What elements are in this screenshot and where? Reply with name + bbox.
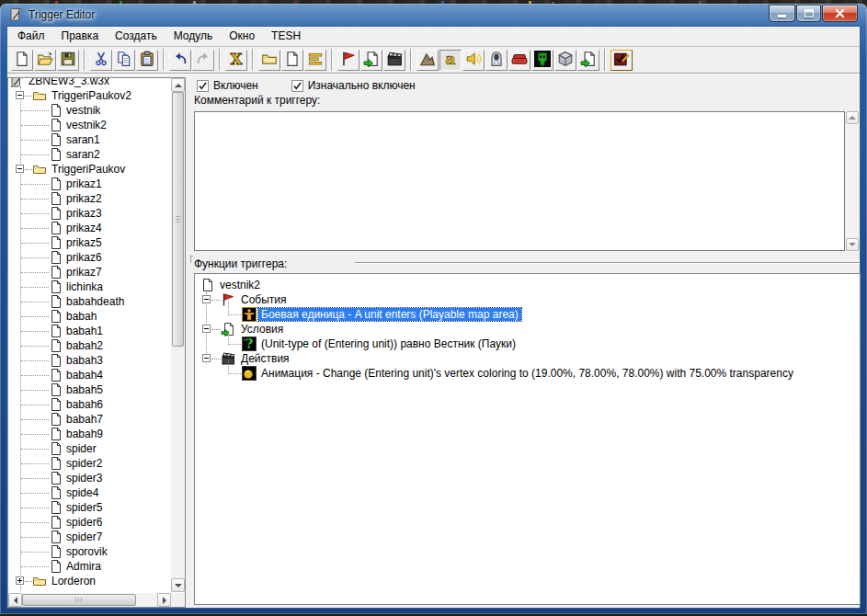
tree-item-sporovik[interactable]: sporovik bbox=[8, 544, 170, 559]
tree-item-babah9[interactable]: babah9 bbox=[8, 427, 170, 441]
menu-правка[interactable]: Правка bbox=[53, 27, 108, 46]
function-row-vestnik2[interactable]: vestnik2 bbox=[195, 278, 860, 292]
tree-item-triggeripaukov2[interactable]: TriggeriPaukov2 bbox=[8, 88, 170, 103]
tree-item-babah4[interactable]: babah4 bbox=[8, 368, 170, 382]
menu-создать[interactable]: Создать bbox=[107, 27, 165, 46]
collapse-toggle[interactable] bbox=[16, 165, 24, 173]
terrain-editor-button[interactable] bbox=[416, 50, 439, 71]
tree-item-vestnik2[interactable]: vestnik2 bbox=[8, 118, 170, 132]
tree-item-babah6[interactable]: babah6 bbox=[8, 397, 170, 412]
tree-item-saran2[interactable]: saran2 bbox=[8, 147, 170, 162]
trigger-comment-input[interactable] bbox=[195, 112, 844, 250]
close-button[interactable] bbox=[822, 5, 858, 22]
redo-button[interactable] bbox=[192, 50, 214, 71]
collapse-toggle[interactable] bbox=[16, 91, 24, 99]
tree-item-spider6[interactable]: spider6 bbox=[8, 515, 170, 530]
test-map-button[interactable] bbox=[610, 50, 633, 71]
scroll-right-button[interactable] bbox=[157, 593, 171, 607]
tree-item[interactable] bbox=[8, 588, 170, 592]
tree-item-prikaz6[interactable]: prikaz6 bbox=[8, 250, 170, 265]
comment-scroll-up-button[interactable] bbox=[846, 111, 859, 124]
tree-item-babah1[interactable]: babah1 bbox=[8, 324, 170, 338]
function-row-действия[interactable]: Действия bbox=[195, 351, 860, 366]
tree-item-saran1[interactable]: saran1 bbox=[8, 132, 170, 147]
enabled-checkbox[interactable] bbox=[197, 80, 209, 92]
collapse-toggle[interactable] bbox=[202, 325, 211, 333]
function-row-unit-type-of-entering-unit-рав[interactable]: ?(Unit-type of (Entering unit)) равно Ве… bbox=[195, 337, 860, 351]
collapse-toggle[interactable] bbox=[202, 354, 211, 362]
minimize-button[interactable] bbox=[769, 5, 795, 22]
tree-item-spider5[interactable]: spider5 bbox=[8, 500, 170, 515]
new-button[interactable] bbox=[11, 50, 33, 71]
scroll-left-button[interactable] bbox=[8, 593, 22, 607]
tree-item-spider2[interactable]: spider2 bbox=[8, 456, 170, 471]
vertical-scroll-thumb[interactable] bbox=[172, 92, 184, 347]
titlebar[interactable]: Trigger Editor bbox=[0, 4, 867, 26]
object-manager-button[interactable] bbox=[554, 50, 576, 71]
menu-файл[interactable]: Файл bbox=[9, 27, 53, 46]
tree-item-spider3[interactable]: spider3 bbox=[8, 471, 170, 485]
tree-item-zbnew3-3-w3x[interactable]: ZBNEW3_3.w3x bbox=[8, 77, 170, 88]
horizontal-scroll-thumb[interactable] bbox=[22, 594, 136, 606]
tree-horizontal-scrollbar[interactable] bbox=[8, 593, 171, 607]
tree-item-babah2[interactable]: babah2 bbox=[8, 338, 170, 353]
splitter-line[interactable] bbox=[355, 262, 859, 264]
new-event-button[interactable] bbox=[337, 50, 359, 71]
trigger-editor-button[interactable]: a bbox=[439, 50, 462, 71]
tree-vertical-scrollbar[interactable] bbox=[171, 78, 185, 592]
collapse-toggle[interactable] bbox=[202, 295, 211, 303]
delete-button[interactable]: X bbox=[225, 50, 247, 71]
import-manager-button[interactable] bbox=[577, 50, 599, 71]
tree-item-prikaz3[interactable]: prikaz3 bbox=[8, 206, 170, 221]
save-button[interactable] bbox=[57, 50, 79, 71]
function-row-анимация-change-entering-unit-[interactable]: Анимация - Change (Entering unit)'s vert… bbox=[195, 366, 860, 381]
new-trigger-comment-button[interactable] bbox=[304, 50, 326, 71]
new-action-button[interactable] bbox=[383, 50, 405, 71]
tree-item-triggeripaukov[interactable]: TriggeriPaukov bbox=[8, 162, 170, 177]
trigger-file-icon bbox=[49, 471, 63, 485]
tree-item-babah7[interactable]: babah7 bbox=[8, 412, 170, 427]
expand-toggle[interactable] bbox=[16, 576, 24, 585]
menu-tesh[interactable]: TESH bbox=[263, 27, 309, 46]
tree-item-babah5[interactable]: babah5 bbox=[8, 382, 170, 397]
function-row-события[interactable]: События bbox=[195, 292, 860, 307]
tree-item-prikaz2[interactable]: prikaz2 bbox=[8, 191, 170, 206]
campaign-editor-button[interactable] bbox=[508, 50, 530, 71]
function-row-боевая-единица-a-unit-enters-p[interactable]: Боевая единица - A unit enters (Playable… bbox=[195, 307, 860, 322]
scroll-up-button[interactable] bbox=[171, 78, 185, 92]
tree-item-babah3[interactable]: babah3 bbox=[8, 353, 170, 368]
tree-item-babahdeath[interactable]: babahdeath bbox=[8, 294, 170, 309]
tree-item-prikaz5[interactable]: prikaz5 bbox=[8, 235, 170, 250]
maximize-button[interactable] bbox=[796, 5, 821, 22]
tree-item-prikaz4[interactable]: prikaz4 bbox=[8, 221, 170, 235]
ai-editor-button[interactable] bbox=[531, 50, 553, 71]
tree-item-prikaz7[interactable]: prikaz7 bbox=[8, 265, 170, 279]
object-editor-button[interactable] bbox=[485, 50, 508, 71]
function-row-условия[interactable]: Условия bbox=[195, 322, 860, 337]
menu-модуль[interactable]: Модуль bbox=[165, 27, 222, 46]
tree-item-prikaz1[interactable]: prikaz1 bbox=[8, 177, 170, 191]
tree-item-babah[interactable]: babah bbox=[8, 309, 170, 324]
splitter-grip[interactable] bbox=[190, 256, 193, 263]
comment-scroll-down-button[interactable] bbox=[846, 238, 859, 251]
tree-item-lorderon[interactable]: Lorderon bbox=[8, 574, 170, 588]
sound-editor-button[interactable] bbox=[462, 50, 485, 71]
scroll-down-button[interactable] bbox=[171, 578, 185, 592]
undo-button[interactable] bbox=[169, 50, 191, 71]
initially-on-checkbox[interactable] bbox=[291, 80, 303, 92]
open-button[interactable] bbox=[34, 50, 56, 71]
copy-button[interactable] bbox=[113, 50, 135, 71]
tree-item-lichinka[interactable]: lichinka bbox=[8, 279, 170, 294]
new-category-button[interactable] bbox=[258, 50, 280, 71]
tree-item-spide4[interactable]: spide4 bbox=[8, 485, 170, 500]
tree-item-vestnik[interactable]: vestnik bbox=[8, 103, 170, 118]
new-trigger-button[interactable] bbox=[281, 50, 303, 71]
menu-окно[interactable]: Окно bbox=[221, 27, 263, 46]
paste-button[interactable] bbox=[136, 50, 158, 71]
comment-scrollbar[interactable] bbox=[846, 111, 859, 251]
cut-button[interactable] bbox=[90, 50, 112, 71]
tree-item-spider7[interactable]: spider7 bbox=[8, 530, 170, 544]
tree-item-admira[interactable]: Admira bbox=[8, 559, 170, 574]
tree-item-spider[interactable]: spider bbox=[8, 441, 170, 456]
new-condition-button[interactable] bbox=[360, 50, 382, 71]
